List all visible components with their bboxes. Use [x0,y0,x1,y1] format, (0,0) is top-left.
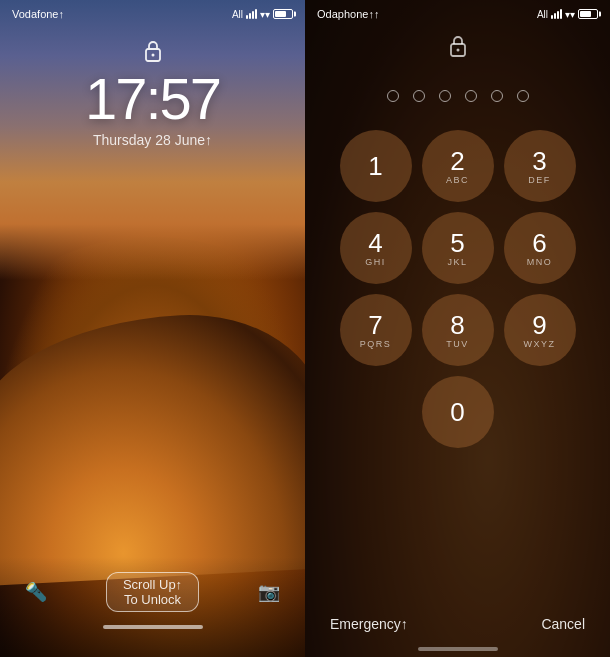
right-home-indicator [418,647,498,651]
num-3-main: 3 [532,148,546,174]
left-wifi-icon: ▾▾ [260,9,270,20]
left-home-indicator [103,625,203,629]
dot-4 [465,90,477,102]
dot-2 [413,90,425,102]
num-9-sub: WXYZ [524,339,556,349]
date-text: Thursday 28 June↑ [85,132,220,148]
left-status-bar: Vodafone↑ All ▾▾ [0,8,305,20]
num-4-sub: GHI [365,257,386,267]
num-btn-3[interactable]: 3 DEF [504,130,576,202]
num-7-sub: PQRS [360,339,392,349]
right-lock-icon [449,35,467,61]
right-panel: Odaphone↑↑ All ▾▾ [305,0,610,657]
left-battery-icon [273,9,293,19]
right-status-bar: Odaphone↑↑ All ▾▾ [305,8,610,20]
num-0-main: 0 [450,399,464,425]
left-battery-fill [275,11,286,17]
num-9-main: 9 [532,312,546,338]
left-status-right: All ▾▾ [232,9,293,20]
right-battery-icon [578,9,598,19]
svg-point-1 [151,54,154,57]
scroll-up-area: Scroll Up↑ To Unlock [106,572,199,612]
bottom-icons: 🔦 Scroll Up↑ To Unlock 📷 [0,557,305,617]
bottom-actions: Emergency↑ Cancel [305,616,610,632]
num-btn-9[interactable]: 9 WXYZ [504,294,576,366]
svg-point-3 [456,49,459,52]
numpad: 1 2 ABC 3 DEF 4 GHI 5 JKL 6 MNO 7 PQRS 8 [340,130,576,448]
num-btn-1[interactable]: 1 [340,130,412,202]
num-btn-4[interactable]: 4 GHI [340,212,412,284]
num-8-main: 8 [450,312,464,338]
flashlight-icon[interactable]: 🔦 [25,581,47,603]
passcode-dots [387,90,529,102]
scroll-label-text: Scroll Up↑ [123,577,182,592]
num-btn-6[interactable]: 6 MNO [504,212,576,284]
num-btn-8[interactable]: 8 TUV [422,294,494,366]
time-text: 17:57 [85,70,220,128]
dot-5 [491,90,503,102]
num-6-main: 6 [532,230,546,256]
dot-6 [517,90,529,102]
right-battery-fill [580,11,591,17]
num-3-sub: DEF [528,175,551,185]
left-bottom-bar: 🔦 Scroll Up↑ To Unlock 📷 [0,557,305,657]
num-1-main: 1 [368,153,382,179]
emergency-button[interactable]: Emergency↑ [330,616,408,632]
num-2-main: 2 [450,148,464,174]
left-panel: Vodafone↑ All ▾▾ 17:57 Thursday 28 June↑ [0,0,305,657]
num-4-main: 4 [368,230,382,256]
right-carrier: Odaphone↑↑ [317,8,379,20]
num-2-sub: ABC [446,175,469,185]
right-wifi-icon: ▾▾ [565,9,575,20]
num-6-sub: MNO [527,257,553,267]
dot-3 [439,90,451,102]
left-carrier: Vodafone↑ [12,8,64,20]
num-5-sub: JKL [447,257,467,267]
left-lock-icon [144,40,162,66]
right-signal-bars [551,9,562,19]
time-display: 17:57 Thursday 28 June↑ [85,70,220,148]
right-status-right: All ▾▾ [537,9,598,20]
dot-1 [387,90,399,102]
num-btn-2[interactable]: 2 ABC [422,130,494,202]
num-btn-7[interactable]: 7 PQRS [340,294,412,366]
camera-icon[interactable]: 📷 [258,581,280,603]
left-signal-text: All [232,9,243,20]
num-btn-5[interactable]: 5 JKL [422,212,494,284]
left-signal-bars [246,9,257,19]
scroll-up-label: Scroll Up↑ To Unlock [106,572,199,612]
right-signal-text: All [537,9,548,20]
num-btn-0[interactable]: 0 [422,376,494,448]
num-5-main: 5 [450,230,464,256]
num-7-main: 7 [368,312,382,338]
cancel-button[interactable]: Cancel [541,616,585,632]
to-unlock-text: To Unlock [124,592,181,607]
num-8-sub: TUV [446,339,469,349]
